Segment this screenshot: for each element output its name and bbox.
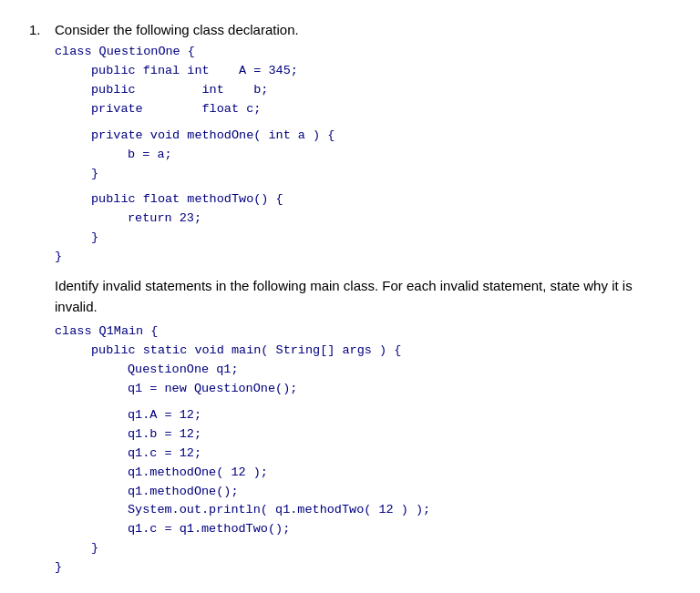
code-line-9: return 23; xyxy=(128,210,671,229)
code-line-8: public float methodTwo() { xyxy=(91,190,671,210)
code-line-7: } xyxy=(91,165,671,184)
main-line-4: q1 = new QuestionOne(); xyxy=(128,380,671,399)
main-line-7: q1.c = 12; xyxy=(128,445,671,464)
main-line-8: q1.methodOne( 12 ); xyxy=(128,464,671,483)
main-line-13: } xyxy=(55,558,671,578)
main-line-2: public static void main( String[] args )… xyxy=(91,342,671,361)
paragraph-text: Identify invalid statements in the follo… xyxy=(55,276,671,317)
code-line-2: public final int A = 345; xyxy=(91,62,671,81)
code-line-11: } xyxy=(55,248,671,267)
main-line-9: q1.methodOne(); xyxy=(128,483,671,502)
main-class-block: class Q1Main { public static void main( … xyxy=(55,322,671,578)
main-line-10: System.out.println( q1.methodTwo( 12 ) )… xyxy=(128,501,671,520)
main-line-6: q1.b = 12; xyxy=(128,425,671,445)
code-line-6: b = a; xyxy=(128,146,671,165)
main-line-12: } xyxy=(91,539,671,558)
code-line-4: private float c; xyxy=(91,100,671,119)
main-line-3: QuestionOne q1; xyxy=(128,361,671,380)
main-line-1: class Q1Main { xyxy=(55,322,671,342)
question-container: 1. Consider the following class declarat… xyxy=(29,22,671,578)
question-number-row: 1. Consider the following class declarat… xyxy=(29,22,671,578)
code-line-3: public int b; xyxy=(91,81,671,100)
question-number: 1. xyxy=(29,22,47,37)
code-line-5: private void methodOne( int a ) { xyxy=(91,127,671,146)
question-content: Consider the following class declaration… xyxy=(55,22,671,578)
class-declaration-block: class QuestionOne { public final int A =… xyxy=(55,43,671,267)
code-line-10: } xyxy=(91,229,671,248)
main-line-5: q1.A = 12; xyxy=(128,406,671,425)
main-line-11: q1.c = q1.methodTwo(); xyxy=(128,520,671,539)
intro-text: Consider the following class declaration… xyxy=(55,22,671,37)
code-line-1: class QuestionOne { xyxy=(55,43,671,62)
